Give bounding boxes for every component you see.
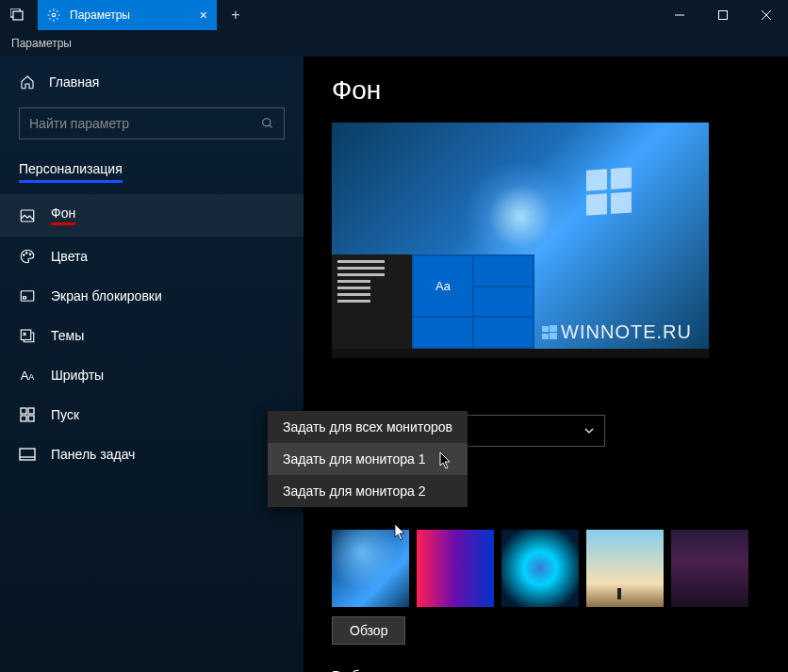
chevron-down-icon <box>583 425 595 436</box>
svg-rect-23 <box>550 325 557 332</box>
thumbnail-2[interactable] <box>417 530 494 607</box>
app-name-label: Параметры <box>11 37 72 50</box>
lockscreen-icon <box>19 287 36 304</box>
search-placeholder: Найти параметр <box>29 116 261 131</box>
minimize-button[interactable] <box>658 0 701 30</box>
svg-point-7 <box>263 119 271 126</box>
svg-rect-20 <box>20 449 35 460</box>
maximize-button[interactable] <box>701 0 745 30</box>
svg-rect-16 <box>21 408 26 414</box>
preview-tile-aa: Aa <box>414 256 472 316</box>
sidebar-item-themes[interactable]: Темы <box>0 316 304 355</box>
page-title: Фон <box>332 75 760 106</box>
fonts-icon: AA <box>19 367 36 384</box>
gear-icon <box>47 8 60 22</box>
thumbnail-5[interactable] <box>671 530 748 607</box>
svg-point-11 <box>26 253 28 254</box>
sidebar-item-label: Цвета <box>51 249 88 264</box>
svg-point-12 <box>29 254 31 255</box>
home-label: Главная <box>49 74 99 90</box>
preview-tiles: Aa <box>412 254 534 349</box>
svg-point-2 <box>52 13 56 17</box>
svg-rect-22 <box>542 326 549 332</box>
svg-rect-4 <box>719 11 728 20</box>
sidebar-item-label: Пуск <box>51 407 79 422</box>
windows-logo-graphic <box>586 170 633 217</box>
sidebar-item-label: Темы <box>51 328 84 343</box>
sidebar-item-fonts[interactable]: AA Шрифты <box>0 355 304 395</box>
svg-rect-13 <box>21 291 34 302</box>
browse-button[interactable]: Обзор <box>332 616 405 645</box>
picture-icon <box>19 207 36 224</box>
thumbnail-3[interactable] <box>501 530 579 607</box>
cursor-icon <box>439 451 452 470</box>
home-icon <box>19 74 36 90</box>
tab-label: Параметры <box>70 8 130 22</box>
sidebar: Главная Найти параметр Персонализация Фо… <box>0 57 304 672</box>
svg-rect-19 <box>28 416 34 421</box>
svg-point-10 <box>24 254 25 256</box>
category-header: Персонализация <box>19 161 123 183</box>
sidebar-item-label: Фон <box>51 205 75 225</box>
svg-rect-17 <box>28 408 34 414</box>
watermark: WINNOTE.RU <box>542 321 692 343</box>
taskbar-icon <box>19 446 36 463</box>
context-item-monitor-1[interactable]: Задать для монитора 1 <box>268 443 468 475</box>
themes-icon <box>19 327 36 344</box>
svg-rect-25 <box>550 333 557 339</box>
sidebar-item-start[interactable]: Пуск <box>0 395 304 434</box>
tab-close-icon[interactable]: × <box>200 8 207 23</box>
sidebar-item-lockscreen[interactable]: Экран блокировки <box>0 276 304 316</box>
app-name-bar: Параметры <box>0 30 788 57</box>
position-label: Выберите положение <box>332 667 760 672</box>
home-link[interactable]: Главная <box>19 74 285 90</box>
svg-rect-18 <box>21 416 26 421</box>
palette-icon <box>19 248 36 265</box>
svg-rect-1 <box>13 11 23 20</box>
tab-settings[interactable]: Параметры × <box>38 0 217 30</box>
new-tab-button[interactable]: + <box>217 0 254 30</box>
svg-line-8 <box>270 125 272 128</box>
context-menu: Задать для всех мониторов Задать для мон… <box>268 411 468 507</box>
cursor-icon <box>394 523 407 542</box>
search-icon <box>261 117 274 130</box>
content-area: Фон Aa WINNOTE.RU <box>304 57 788 672</box>
svg-rect-24 <box>542 334 549 339</box>
context-item-monitor-2[interactable]: Задать для монитора 2 <box>268 475 468 507</box>
thumbnail-4[interactable] <box>586 530 664 607</box>
sidebar-item-taskbar[interactable]: Панель задач <box>0 434 304 474</box>
sidebar-item-background[interactable]: Фон <box>0 194 304 237</box>
preview-startmenu <box>332 254 412 349</box>
background-preview: Aa WINNOTE.RU <box>332 123 709 358</box>
context-item-all-monitors[interactable]: Задать для всех мониторов <box>268 411 468 443</box>
titlebar: Параметры × + <box>0 0 788 30</box>
sidebar-item-colors[interactable]: Цвета <box>0 237 304 276</box>
start-icon <box>19 406 36 423</box>
svg-rect-9 <box>21 210 34 221</box>
sidebar-item-label: Экран блокировки <box>51 288 162 303</box>
sidebar-item-label: Панель задач <box>51 447 135 462</box>
svg-rect-14 <box>24 297 26 299</box>
task-view-icon[interactable] <box>0 0 36 30</box>
sidebar-item-label: Шрифты <box>51 368 104 383</box>
search-input[interactable]: Найти параметр <box>19 107 285 139</box>
close-button[interactable] <box>745 0 788 30</box>
